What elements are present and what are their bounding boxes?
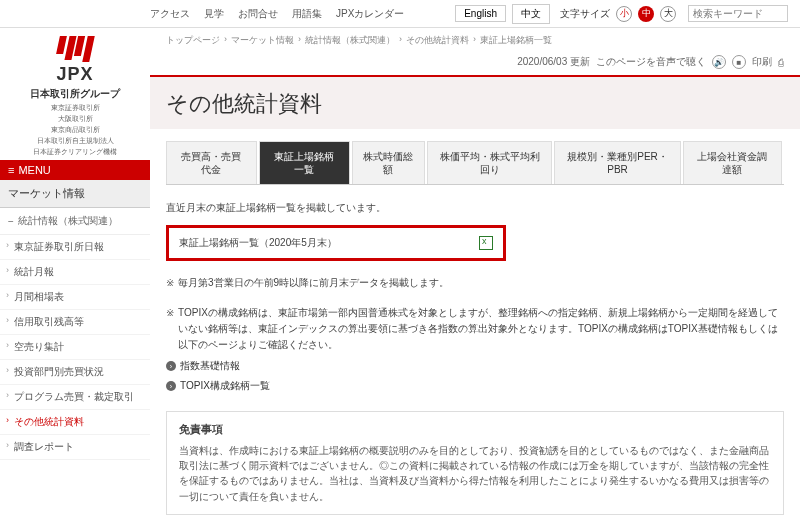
sidebar-item-0[interactable]: 東京証券取引所日報 (0, 235, 150, 260)
nav-glossary[interactable]: 用語集 (292, 7, 322, 21)
breadcrumb: トップページ›マーケット情報›統計情報（株式関連）›その他統計資料›東証上場銘柄… (150, 28, 800, 53)
logo-subtitle: 日本取引所グループ (4, 87, 146, 101)
logo-mini2: 大阪取引所 (4, 114, 146, 123)
disclaimer-title: 免責事項 (179, 422, 771, 437)
link-1-label: 指数基礎情報 (180, 359, 240, 373)
info-bar: 2020/06/03 更新 このページを音声で聴く 🔊 ■ 印刷 ⎙ (150, 53, 800, 75)
tab-1[interactable]: 東証上場銘柄一覧 (259, 141, 350, 184)
sidebar-item-5[interactable]: 投資部門別売買状況 (0, 360, 150, 385)
excel-icon (479, 236, 493, 250)
menu-category-label: 統計情報（株式関連） (18, 214, 118, 228)
link-2-label: TOPIX構成銘柄一覧 (180, 379, 270, 393)
menu-category[interactable]: −統計情報（株式関連） (0, 208, 150, 235)
font-size-small[interactable]: 小 (616, 6, 632, 22)
breadcrumb-sep: › (399, 34, 402, 47)
link-index-basic[interactable]: ›指数基礎情報 (166, 359, 784, 373)
sidebar-item-8[interactable]: 調査レポート (0, 435, 150, 460)
menu-label: MENU (18, 164, 50, 176)
logo-mini4: 日本取引所自主規制法人 (4, 136, 146, 145)
intro-text: 直近月末の東証上場銘柄一覧を掲載しています。 (166, 201, 784, 215)
tab-0[interactable]: 売買高・売買代金 (166, 141, 257, 184)
sidebar-item-2[interactable]: 月間相場表 (0, 285, 150, 310)
breadcrumb-sep: › (473, 34, 476, 47)
main: トップページ›マーケット情報›統計情報（株式関連）›その他統計資料›東証上場銘柄… (150, 28, 800, 520)
breadcrumb-item[interactable]: 統計情報（株式関連） (305, 34, 395, 47)
logo-mini5: 日本証券クリアリング機構 (4, 147, 146, 156)
top-nav-links: アクセス 見学 お問合せ 用語集 JPXカレンダー (150, 7, 404, 21)
page-title: その他統計資料 (166, 89, 784, 119)
lang-chinese-button[interactable]: 中文 (512, 4, 550, 24)
tab-4[interactable]: 規模別・業種別PER・PBR (554, 141, 680, 184)
print-link[interactable]: 印刷 (752, 55, 772, 69)
stop-icon[interactable]: ■ (732, 55, 746, 69)
logo-icon (4, 36, 146, 62)
hamburger-icon: ≡ (8, 164, 14, 176)
arrow-circle-icon: › (166, 361, 176, 371)
note-mark-icon: ※ (166, 275, 174, 291)
nav-contact[interactable]: お問合せ (238, 7, 278, 21)
font-size-large[interactable]: 大 (660, 6, 676, 22)
updated-date: 2020/06/03 更新 (517, 55, 590, 69)
font-size-label: 文字サイズ (560, 7, 610, 21)
arrow-circle-icon: › (166, 381, 176, 391)
top-nav: アクセス 見学 お問合せ 用語集 JPXカレンダー English 中文 文字サ… (0, 0, 800, 28)
breadcrumb-item[interactable]: 東証上場銘柄一覧 (480, 34, 552, 47)
sidebar: JPX 日本取引所グループ 東京証券取引所 大阪取引所 東京商品取引所 日本取引… (0, 28, 150, 520)
note-2-text: TOPIXの構成銘柄は、東証市場第一部内国普通株式を対象としますが、整理銘柄への… (178, 305, 784, 353)
disclaimer-box: 免責事項 当資料は、作成時における東証上場銘柄の概要説明のみを目的としており、投… (166, 411, 784, 515)
top-nav-right: English 中文 文字サイズ 小 中 大 (455, 4, 788, 24)
font-size-medium[interactable]: 中 (638, 6, 654, 22)
search-input[interactable] (688, 5, 788, 22)
content: 直近月末の東証上場銘柄一覧を掲載しています。 東証上場銘柄一覧（2020年5月末… (150, 185, 800, 520)
tab-5[interactable]: 上場会社資金調達額 (683, 141, 782, 184)
breadcrumb-sep: › (224, 34, 227, 47)
breadcrumb-item[interactable]: マーケット情報 (231, 34, 294, 47)
sidebar-item-3[interactable]: 信用取引残高等 (0, 310, 150, 335)
nav-calendar[interactable]: JPXカレンダー (336, 7, 404, 21)
nav-tour[interactable]: 見学 (204, 7, 224, 21)
download-label: 東証上場銘柄一覧（2020年5月末） (179, 236, 337, 250)
logo-mini3: 東京商品取引所 (4, 125, 146, 134)
sidebar-item-1[interactable]: 統計月報 (0, 260, 150, 285)
speaker-icon[interactable]: 🔊 (712, 55, 726, 69)
tabs: 売買高・売買代金東証上場銘柄一覧株式時価総額株価平均・株式平均利回り規模別・業種… (166, 141, 784, 185)
download-box[interactable]: 東証上場銘柄一覧（2020年5月末） (166, 225, 506, 261)
print-icon[interactable]: ⎙ (778, 57, 784, 68)
tab-2[interactable]: 株式時価総額 (352, 141, 426, 184)
note-1-text: 毎月第3営業日の午前9時以降に前月末データを掲載します。 (178, 275, 449, 291)
logo-mini1: 東京証券取引所 (4, 103, 146, 112)
disclaimer-body: 当資料は、作成時における東証上場銘柄の概要説明のみを目的としており、投資勧誘を目… (179, 443, 771, 504)
menu-toggle[interactable]: ≡MENU (0, 160, 150, 180)
minus-icon: − (8, 216, 14, 227)
sidebar-item-7[interactable]: その他統計資料 (0, 410, 150, 435)
logo-text: JPX (4, 64, 146, 85)
listen-link[interactable]: このページを音声で聴く (596, 55, 706, 69)
sidebar-item-4[interactable]: 空売り集計 (0, 335, 150, 360)
sidebar-item-6[interactable]: プログラム売買・裁定取引 (0, 385, 150, 410)
link-topix-list[interactable]: ›TOPIX構成銘柄一覧 (166, 379, 784, 393)
lang-english-button[interactable]: English (455, 5, 506, 22)
logo[interactable]: JPX 日本取引所グループ 東京証券取引所 大阪取引所 東京商品取引所 日本取引… (0, 28, 150, 160)
note-mark-icon: ※ (166, 305, 174, 353)
nav-access[interactable]: アクセス (150, 7, 190, 21)
breadcrumb-item[interactable]: その他統計資料 (406, 34, 469, 47)
breadcrumb-item[interactable]: トップページ (166, 34, 220, 47)
menu-section[interactable]: マーケット情報 (0, 180, 150, 208)
note-1: ※毎月第3営業日の午前9時以降に前月末データを掲載します。 (166, 275, 784, 291)
tab-3[interactable]: 株価平均・株式平均利回り (427, 141, 552, 184)
note-2: ※TOPIXの構成銘柄は、東証市場第一部内国普通株式を対象としますが、整理銘柄へ… (166, 305, 784, 353)
title-band: その他統計資料 (150, 75, 800, 129)
breadcrumb-sep: › (298, 34, 301, 47)
